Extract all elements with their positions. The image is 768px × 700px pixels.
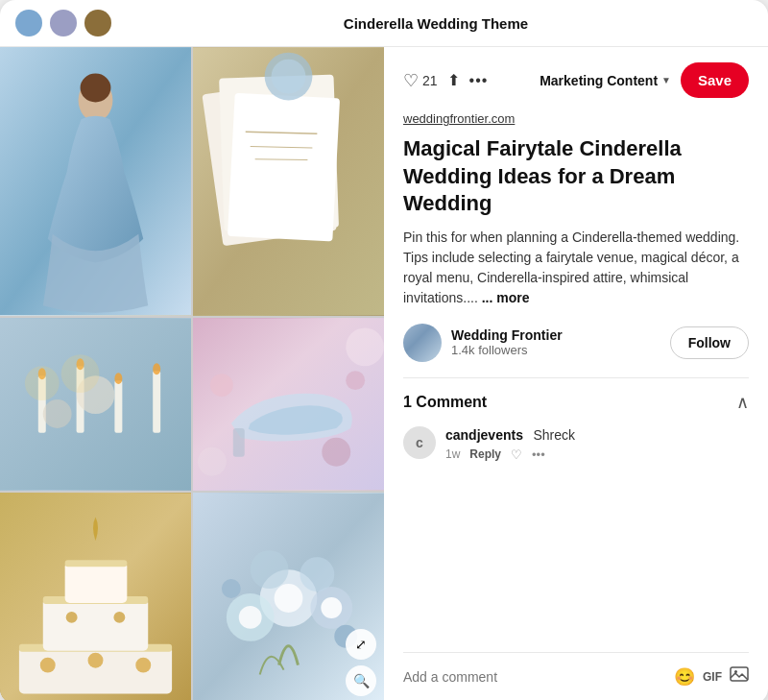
collapse-icon[interactable]: ∧: [736, 392, 749, 413]
image-cinderella[interactable]: [0, 47, 191, 316]
svg-rect-26: [233, 428, 245, 457]
svg-point-30: [346, 327, 384, 366]
svg-rect-55: [731, 667, 748, 681]
image-invitation[interactable]: [193, 47, 384, 316]
svg-point-27: [210, 374, 233, 397]
like-count: 21: [422, 73, 438, 88]
pin-title: Magical Fairytale Cinderella Wedding Ide…: [403, 135, 749, 218]
action-bar: ♡ 21 ⬆ ••• Marketing Content ▼ Save: [403, 62, 749, 98]
more-options-button[interactable]: •••: [469, 72, 489, 89]
save-button[interactable]: Save: [681, 62, 749, 98]
avatar-2[interactable]: [50, 10, 77, 36]
svg-point-51: [239, 606, 262, 629]
svg-point-40: [88, 653, 104, 668]
svg-point-2: [81, 74, 111, 103]
comment-more-icon[interactable]: •••: [532, 447, 545, 462]
gif-icon[interactable]: GIF: [703, 670, 722, 684]
svg-point-50: [275, 584, 303, 613]
svg-point-53: [222, 579, 241, 598]
comment-username[interactable]: candjevents: [445, 427, 523, 443]
pin-description: Pin this for when planning a Cinderella-…: [403, 228, 749, 308]
svg-point-24: [61, 354, 100, 393]
reply-button[interactable]: Reply: [469, 447, 501, 461]
emoji-icon[interactable]: 😊: [674, 666, 695, 688]
heart-icon: ♡: [403, 70, 419, 91]
search-button[interactable]: 🔍: [346, 665, 376, 696]
author-followers: 1.4k followers: [451, 343, 660, 357]
comment-time: 1w: [445, 447, 460, 461]
image-tablescape[interactable]: [0, 318, 191, 491]
upload-icon: ⬆: [447, 71, 460, 89]
svg-rect-16: [153, 371, 160, 433]
cinderella-image: [0, 47, 191, 316]
svg-point-41: [135, 658, 151, 673]
svg-point-48: [251, 550, 289, 589]
top-bar: Cinderella Wedding Theme: [0, 0, 768, 47]
svg-rect-38: [65, 560, 128, 567]
svg-point-28: [346, 371, 365, 390]
image-upload-icon[interactable]: [730, 664, 749, 688]
comment-like-icon[interactable]: ♡: [511, 447, 522, 462]
svg-point-11: [272, 60, 306, 94]
svg-point-22: [43, 399, 72, 428]
board-name: Marketing Content: [540, 73, 658, 88]
svg-point-31: [198, 447, 227, 476]
image-grid: ⤢ 🔍: [0, 47, 384, 700]
image-cake[interactable]: [0, 493, 191, 700]
svg-rect-35: [43, 598, 148, 651]
board-selector[interactable]: Marketing Content ▼: [540, 73, 671, 88]
comment-text: Shreck: [533, 427, 575, 443]
comment-actions: 1w Reply ♡ •••: [445, 447, 749, 462]
author-avatar[interactable]: [403, 324, 442, 362]
description-text: Pin this for when planning a Cinderella-…: [403, 229, 739, 305]
author-info: Wedding Frontier 1.4k followers: [451, 327, 660, 357]
image-overlay-icons: ⤢ 🔍: [346, 629, 376, 696]
svg-point-23: [25, 366, 60, 400]
source-url[interactable]: weddingfrontier.com: [403, 111, 749, 126]
svg-rect-15: [114, 380, 122, 433]
main-content: ⤢ 🔍 ♡ 21 ⬆ ••• Market: [0, 47, 768, 700]
like-button[interactable]: ♡ 21: [403, 70, 438, 91]
svg-point-49: [300, 557, 334, 591]
avatar-3[interactable]: [84, 10, 111, 36]
svg-point-20: [153, 363, 160, 374]
image-flowers[interactable]: ⤢ 🔍: [193, 493, 384, 700]
svg-rect-6: [228, 93, 340, 242]
comment-body: candjevents Shreck 1w Reply ♡ •••: [445, 426, 749, 462]
comments-section: 1 Comment ∧ c candjevents Shreck 1w Repl…: [403, 377, 749, 473]
avatar-1[interactable]: [15, 10, 42, 36]
share-button[interactable]: ⬆: [447, 71, 460, 89]
tablescape-image: [0, 318, 191, 491]
more-link[interactable]: ... more: [482, 290, 530, 305]
author-avatar-image: [403, 324, 442, 362]
follow-button[interactable]: Follow: [670, 326, 749, 359]
right-panel: ♡ 21 ⬆ ••• Marketing Content ▼ Save wedd…: [384, 47, 768, 700]
image-shoes[interactable]: [193, 318, 384, 491]
comment-avatar-letter: c: [416, 435, 423, 450]
author-name[interactable]: Wedding Frontier: [451, 327, 660, 343]
comments-header: 1 Comment ∧: [403, 392, 749, 413]
svg-point-52: [321, 597, 342, 618]
comments-count: 1 Comment: [403, 394, 487, 411]
shoes-image: [193, 318, 384, 491]
author-row: Wedding Frontier 1.4k followers Follow: [403, 324, 749, 362]
svg-point-42: [66, 612, 78, 623]
expand-button[interactable]: ⤢: [346, 629, 376, 660]
comment-input[interactable]: [403, 669, 666, 685]
main-card: Cinderella Wedding Theme: [0, 0, 768, 700]
svg-point-39: [40, 658, 56, 673]
add-comment-row: 😊 GIF: [403, 652, 749, 688]
cake-image: [0, 493, 191, 700]
svg-point-19: [114, 373, 122, 384]
comment-item: c candjevents Shreck 1w Reply ♡ •••: [403, 426, 749, 462]
svg-point-43: [113, 612, 125, 623]
svg-rect-37: [65, 562, 128, 603]
svg-point-29: [322, 438, 350, 467]
chevron-down-icon: ▼: [661, 75, 671, 85]
comment-action-icons: 😊 GIF: [674, 664, 749, 688]
comment-avatar: c: [403, 426, 436, 459]
ellipsis-icon: •••: [469, 72, 489, 89]
board-title: Cinderella Wedding Theme: [119, 15, 753, 32]
invitation-image: [193, 47, 384, 316]
